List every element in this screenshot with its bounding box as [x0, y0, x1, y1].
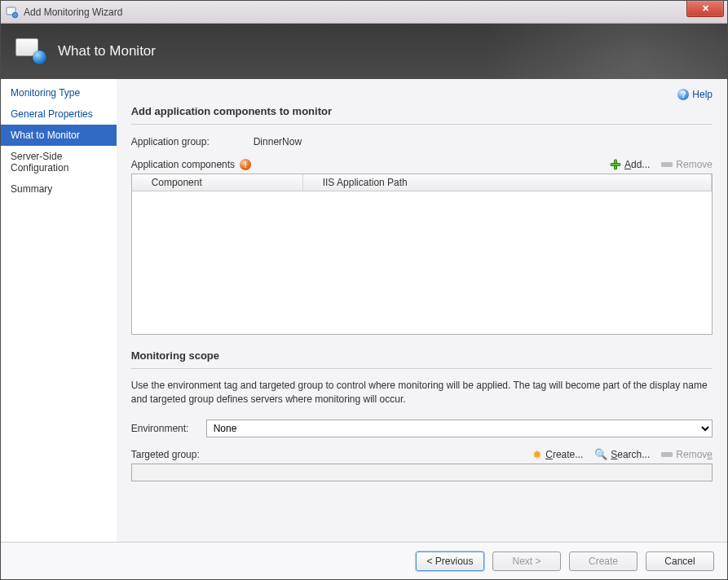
monitoring-scope-title: Monitoring scope — [131, 349, 713, 362]
column-iis-path[interactable]: IIS Application Path — [303, 174, 712, 191]
grid-header: Component IIS Application Path — [132, 174, 712, 191]
separator-2 — [131, 368, 713, 369]
create-button: Create — [569, 551, 638, 571]
sidebar: Monitoring Type General Properties What … — [1, 79, 117, 542]
close-icon: ✕ — [702, 4, 709, 13]
application-components-label: Application components — [131, 159, 235, 170]
plus-icon — [610, 159, 621, 170]
remove-label: Remove — [676, 159, 713, 170]
application-group-row: Application group: DinnerNow — [131, 136, 713, 147]
next-button: Next > — [492, 551, 561, 571]
warning-icon: ! — [240, 159, 251, 170]
window-title: Add Monitoring Wizard — [24, 7, 122, 18]
header-band: What to Monitor — [1, 24, 727, 79]
sidebar-item-general-properties[interactable]: General Properties — [1, 103, 117, 125]
remove-group-label: Remove — [676, 449, 713, 460]
svg-point-1 — [12, 12, 17, 17]
section-title: Add application components to monitor — [131, 105, 713, 117]
footer: < Previous Next > Create Cancel — [1, 542, 727, 579]
remove-component-button: Remove — [661, 159, 713, 170]
close-button[interactable]: ✕ — [686, 1, 724, 17]
page-title: What to Monitor — [58, 43, 156, 59]
search-label: Search... — [611, 449, 650, 460]
minus-icon — [661, 162, 673, 167]
monitoring-scope-description: Use the environment tag and targeted gro… — [131, 379, 713, 406]
star-icon: ✸ — [532, 449, 542, 460]
help-icon: ? — [677, 89, 689, 100]
wizard-window: Add Monitoring Wizard ✕ What to Monitor … — [0, 0, 728, 580]
magnifier-icon: 🔍 — [594, 449, 607, 459]
application-group-value: DinnerNow — [254, 136, 302, 147]
svg-rect-3 — [611, 164, 620, 166]
remove-group-button: Remove — [661, 449, 713, 460]
targeted-group-input — [131, 464, 713, 481]
sidebar-item-monitoring-type[interactable]: Monitoring Type — [1, 82, 117, 103]
sidebar-item-summary[interactable]: Summary — [1, 178, 117, 200]
minus-icon — [661, 452, 673, 457]
app-icon — [6, 6, 19, 19]
separator — [131, 124, 713, 125]
header-icon — [15, 38, 46, 64]
sidebar-item-what-to-monitor[interactable]: What to Monitor — [1, 125, 117, 146]
column-component[interactable]: Component — [132, 174, 303, 191]
search-group-button[interactable]: 🔍 Search... — [594, 449, 650, 460]
sidebar-item-server-side-configuration[interactable]: Server-Side Configuration — [1, 146, 117, 178]
environment-select[interactable]: None — [206, 420, 713, 437]
create-label: Create... — [545, 449, 583, 460]
application-group-label: Application group: — [131, 136, 254, 147]
body: Monitoring Type General Properties What … — [1, 79, 727, 542]
add-component-button[interactable]: Add... — [610, 159, 650, 170]
previous-button[interactable]: < Previous — [416, 551, 484, 571]
content-area: ? Help Add application components to mon… — [117, 79, 727, 542]
help-label: Help — [692, 89, 713, 100]
targeted-group-label: Targeted group: — [131, 449, 200, 460]
add-label: Add... — [624, 159, 650, 170]
titlebar: Add Monitoring Wizard ✕ — [1, 1, 727, 24]
help-link[interactable]: ? Help — [677, 89, 713, 100]
components-grid[interactable]: Component IIS Application Path — [131, 174, 713, 335]
environment-label: Environment: — [131, 423, 198, 434]
grid-body — [132, 191, 712, 334]
create-group-button[interactable]: ✸ Create... — [532, 449, 583, 460]
cancel-button[interactable]: Cancel — [646, 551, 714, 571]
